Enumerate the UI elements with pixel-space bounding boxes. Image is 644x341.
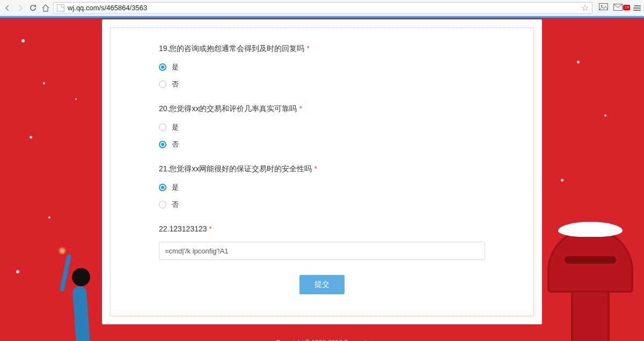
menu-button[interactable] (633, 5, 641, 11)
decoration-person (59, 238, 107, 341)
decoration-mailbox (547, 228, 633, 341)
question-title: 19.您的咨询或抱怨通常会得到及时的回复吗* (159, 44, 485, 54)
option-yes[interactable]: 是 (159, 183, 485, 192)
home-button[interactable] (41, 4, 50, 12)
question-21: 21.您觉得xx网能很好的保证交易时的安全性吗* 是 否 (159, 164, 485, 209)
pictures-icon[interactable] (599, 3, 608, 13)
svg-point-1 (601, 5, 603, 6)
option-yes[interactable]: 是 (159, 62, 485, 72)
address-bar[interactable]: wj.qq.com/s/465864/3563 ☆ (53, 2, 592, 14)
required-mark: * (299, 104, 302, 113)
page-icon (57, 4, 64, 12)
question-title: 21.您觉得xx网能很好的保证交易时的安全性吗* (159, 164, 485, 174)
radio-icon (159, 124, 166, 131)
radio-icon (159, 81, 166, 88)
nav-controls (3, 4, 50, 12)
radio-icon (159, 184, 166, 191)
option-yes[interactable]: 是 (159, 122, 485, 132)
mail-icon[interactable] (613, 4, 623, 12)
survey-card: 19.您的咨询或抱怨通常会得到及时的回复吗* 是 否 20.您觉得xx的交易和评… (102, 19, 542, 324)
page-background: 19.您的咨询或抱怨通常会得到及时的回复吗* 是 否 20.您觉得xx的交易和评… (0, 18, 644, 341)
bookmark-star-icon[interactable]: ☆ (581, 3, 589, 13)
option-no[interactable]: 否 (159, 200, 485, 209)
answer-input[interactable] (159, 242, 485, 260)
option-no[interactable]: 否 (159, 79, 485, 89)
url-text: wj.qq.com/s/465864/3563 (68, 4, 578, 12)
browser-toolbar: wj.qq.com/s/465864/3563 ☆ 19 (0, 0, 644, 16)
required-mark: * (209, 224, 212, 233)
forward-button[interactable] (16, 4, 25, 12)
submit-button[interactable]: 提交 (299, 275, 345, 294)
option-no[interactable]: 否 (159, 140, 485, 149)
page: 19.您的咨询或抱怨通常会得到及时的回复吗* 是 否 20.您觉得xx的交易和评… (0, 16, 644, 341)
question-title: 22.123123123* (159, 224, 485, 233)
question-19: 19.您的咨询或抱怨通常会得到及时的回复吗* 是 否 (159, 44, 485, 89)
reload-button[interactable] (29, 4, 37, 12)
question-20: 20.您觉得xx的交易和评价几率真实可靠吗* 是 否 (159, 104, 485, 149)
required-mark: * (314, 164, 317, 173)
question-22: 22.123123123* (159, 224, 485, 260)
radio-icon (159, 141, 166, 148)
radio-icon (159, 63, 166, 71)
rss-count: 19 (623, 5, 630, 10)
toolbar-right: 19 (596, 3, 641, 13)
footer: Copyright © 1998-2016 Tencent. 系统由 腾讯问卷提… (0, 338, 644, 341)
required-mark: * (306, 44, 309, 53)
copyright-text: Copyright © 1998-2016 Tencent. (0, 338, 644, 341)
back-button[interactable] (3, 4, 12, 12)
question-title: 20.您觉得xx的交易和评价几率真实可靠吗* (159, 104, 485, 114)
radio-icon (159, 201, 166, 208)
